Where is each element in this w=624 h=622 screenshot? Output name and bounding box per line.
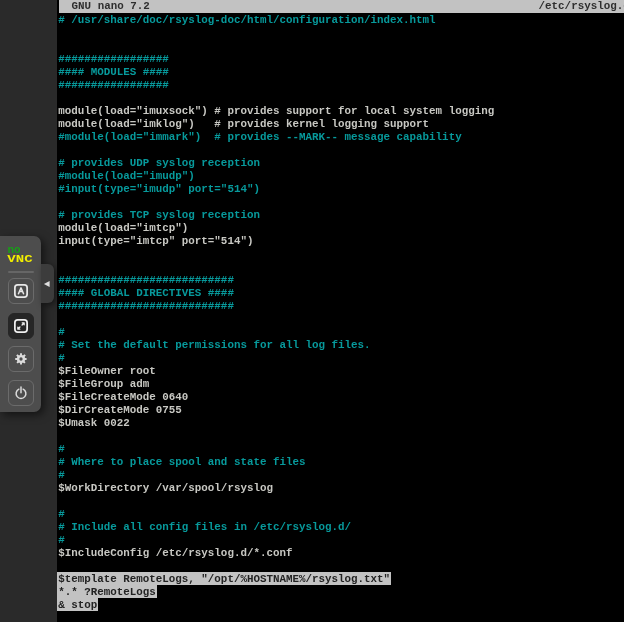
svg-text:VNC: VNC	[7, 252, 32, 265]
